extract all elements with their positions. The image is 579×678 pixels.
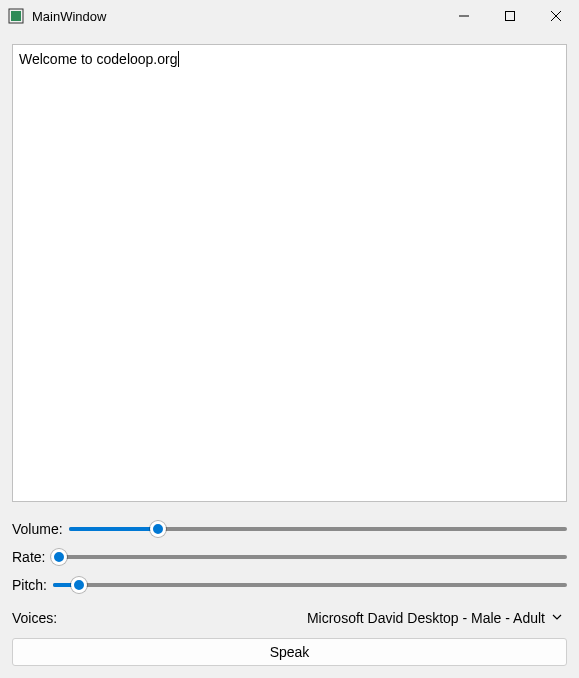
slider-track: [53, 583, 567, 587]
text-caret: [178, 51, 179, 67]
rate-label: Rate:: [12, 549, 45, 565]
pitch-slider[interactable]: [53, 576, 567, 594]
pitch-row: Pitch:: [12, 576, 567, 594]
chevron-down-icon: [551, 610, 563, 626]
volume-label: Volume:: [12, 521, 63, 537]
slider-thumb[interactable]: [71, 577, 87, 593]
voices-combobox[interactable]: Microsoft David Desktop - Male - Adult: [303, 608, 567, 628]
window-title: MainWindow: [32, 9, 441, 24]
svg-rect-3: [506, 12, 515, 21]
slider-thumb[interactable]: [150, 521, 166, 537]
minimize-button[interactable]: [441, 0, 487, 32]
voices-row: Voices: Microsoft David Desktop - Male -…: [12, 608, 567, 628]
slider-track: [51, 555, 567, 559]
window-controls: [441, 0, 579, 32]
text-input[interactable]: Welcome to codeloop.org: [12, 44, 567, 502]
main-window: MainWindow Welcome to codeloop.org Volum…: [0, 0, 579, 678]
rate-row: Rate:: [12, 548, 567, 566]
close-button[interactable]: [533, 0, 579, 32]
text-input-value: Welcome to codeloop.org: [19, 51, 178, 67]
volume-slider[interactable]: [69, 520, 567, 538]
titlebar: MainWindow: [0, 0, 579, 32]
app-icon: [8, 8, 24, 24]
content-area: Welcome to codeloop.org Volume: Rate: Pi…: [0, 32, 579, 678]
voices-label: Voices:: [12, 610, 57, 626]
speak-button[interactable]: Speak: [12, 638, 567, 666]
slider-fill: [69, 527, 159, 531]
rate-slider[interactable]: [51, 548, 567, 566]
slider-thumb[interactable]: [51, 549, 67, 565]
svg-rect-1: [11, 11, 21, 21]
voices-selected: Microsoft David Desktop - Male - Adult: [307, 610, 545, 626]
text-input-wrap: Welcome to codeloop.org: [12, 44, 567, 502]
volume-row: Volume:: [12, 520, 567, 538]
maximize-button[interactable]: [487, 0, 533, 32]
pitch-label: Pitch:: [12, 577, 47, 593]
